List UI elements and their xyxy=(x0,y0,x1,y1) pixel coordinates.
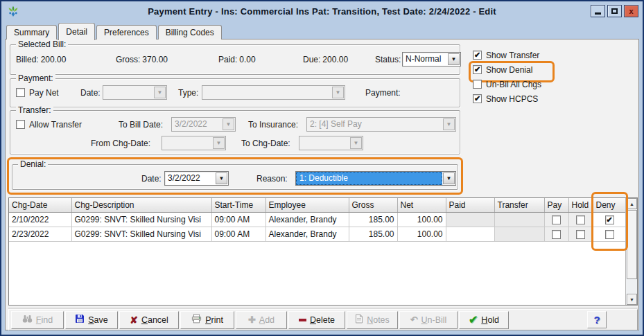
save-button[interactable]: Save xyxy=(65,311,118,329)
deny-checkbox[interactable]: ✔ xyxy=(605,215,614,224)
cell-chg-description[interactable]: G0299: SNVT: Skilled Nursing Visi xyxy=(71,212,211,227)
cell-net[interactable]: 100.00 xyxy=(397,212,446,227)
cancel-button[interactable]: ✘ Cancel xyxy=(119,311,179,329)
cell-chg-date[interactable]: 2/23/2022 xyxy=(9,227,71,241)
chevron-down-icon[interactable]: ▼ xyxy=(443,173,455,184)
cell-paid[interactable] xyxy=(446,227,494,241)
status-combo[interactable]: N-Normal ▼ xyxy=(402,52,461,67)
show-hcpcs-checkbox[interactable]: ✔ xyxy=(473,94,482,103)
deny-checkbox[interactable]: ✔ xyxy=(605,230,614,239)
col-employee[interactable]: Employee xyxy=(266,198,349,212)
charges-grid: Chg-Date Chg-Description Start-Time Empl… xyxy=(8,197,638,306)
tab-billing-codes[interactable]: Billing Codes xyxy=(158,25,222,39)
transfer-group: Transfer: ✔ Allow Transfer To Bill Date:… xyxy=(10,110,460,154)
cell-chg-date[interactable]: 2/10/2022 xyxy=(9,212,71,227)
cell-net[interactable]: 100.00 xyxy=(397,227,446,241)
chevron-down-icon: ▼ xyxy=(223,118,234,130)
payment-amount-label: Payment: xyxy=(365,88,401,98)
undo-arrow-icon: ↶ xyxy=(410,315,418,325)
cell-pay: ✔ xyxy=(544,212,568,227)
minimize-button[interactable] xyxy=(591,5,605,17)
cell-employee[interactable]: Alexander, Brandy xyxy=(266,227,349,241)
vertical-scrollbar[interactable]: ▲ ▼ xyxy=(625,198,637,305)
tab-detail[interactable]: Detail xyxy=(58,23,95,40)
col-transfer[interactable]: Transfer xyxy=(494,198,544,212)
chevron-down-icon[interactable]: ▼ xyxy=(448,53,460,65)
maximize-icon xyxy=(611,8,618,14)
option-show-denial: ✔ Show Denial xyxy=(473,62,639,77)
pay-checkbox[interactable]: ✔ xyxy=(552,230,561,239)
pay-net-label: Pay Net xyxy=(29,88,59,98)
denial-group: Denial: Date: 3/2/2022▼ Reason: 1: Deduc… xyxy=(12,164,458,190)
chevron-down-icon[interactable]: ▼ xyxy=(216,173,227,184)
denial-date-combo[interactable]: 3/2/2022▼ xyxy=(164,171,229,186)
pay-net-checkbox[interactable]: ✔ xyxy=(16,88,25,97)
payment-type-label: Type: xyxy=(178,88,198,98)
tab-summary[interactable]: Summary xyxy=(6,25,57,39)
allow-transfer-checkbox[interactable]: ✔ xyxy=(16,120,25,129)
cell-deny: ✔ xyxy=(593,212,626,227)
hold-button[interactable]: ✔ Hold xyxy=(459,311,509,329)
denial-highlight-box: Denial: Date: 3/2/2022▼ Reason: 1: Deduc… xyxy=(7,157,463,195)
col-paid[interactable]: Paid xyxy=(446,198,494,212)
payment-group: Payment: ✔ Pay Net Date: ▼ Type: ▼ Payme… xyxy=(10,78,460,107)
to-insurance-combo: 2: [4] Self Pay▼ xyxy=(306,117,456,132)
red-x-icon: ✘ xyxy=(130,315,138,326)
app-icon xyxy=(7,5,19,17)
close-button[interactable]: x xyxy=(624,5,638,17)
options-column: ✔ Show Transfer ✔ Show Denial ✔ Un-Bil A… xyxy=(473,48,639,106)
print-button[interactable]: Print xyxy=(180,311,234,329)
status-label: Status: xyxy=(375,55,401,64)
delete-button[interactable]: Delete xyxy=(288,311,345,329)
maximize-button[interactable] xyxy=(607,5,622,17)
denial-reason-combo[interactable]: 1: Deductible▼ xyxy=(295,171,456,186)
paid-field: Paid:0.00 xyxy=(218,55,256,64)
grid-row: 2/10/2022 G0299: SNVT: Skilled Nursing V… xyxy=(9,212,626,227)
grid-row: 2/23/2022 G0299: SNVT: Skilled Nursing V… xyxy=(9,227,626,241)
to-chg-date-combo: ▼ xyxy=(299,136,363,150)
cell-chg-description[interactable]: G0299: SNVT: Skilled Nursing Visi xyxy=(71,227,211,241)
cell-transfer[interactable] xyxy=(494,227,544,241)
transfer-legend: Transfer: xyxy=(16,105,53,115)
scrollbar-thumb[interactable] xyxy=(627,210,637,279)
cell-paid[interactable] xyxy=(446,212,494,227)
scroll-down-icon[interactable]: ▼ xyxy=(627,294,637,305)
to-bill-date-label: To Bill Date: xyxy=(119,120,163,130)
col-start-time[interactable]: Start-Time xyxy=(211,198,266,212)
cell-transfer[interactable] xyxy=(494,212,544,227)
option-show-transfer: ✔ Show Transfer xyxy=(473,48,639,62)
show-denial-checkbox[interactable]: ✔ xyxy=(473,65,482,74)
col-net[interactable]: Net xyxy=(397,198,446,212)
col-chg-date[interactable]: Chg-Date xyxy=(9,198,71,212)
billed-field: Billed:200.00 xyxy=(16,55,66,64)
payment-legend: Payment: xyxy=(16,73,55,83)
denial-reason-label: Reason: xyxy=(256,174,288,184)
cell-gross[interactable]: 185.00 xyxy=(349,212,397,227)
hold-checkbox[interactable]: ✔ xyxy=(576,230,585,239)
col-chg-description[interactable]: Chg-Description xyxy=(71,198,211,212)
payment-date-label: Date: xyxy=(80,88,101,98)
pay-checkbox[interactable]: ✔ xyxy=(552,215,561,224)
green-check-icon: ✔ xyxy=(469,313,478,326)
cell-employee[interactable]: Alexander, Brandy xyxy=(266,212,349,227)
selected-bill-group: Selected Bill: Billed:200.00 Gross:370.0… xyxy=(10,44,460,75)
notes-button: Notes xyxy=(347,311,398,329)
col-hold[interactable]: Hold xyxy=(568,198,593,212)
show-denial-label: Show Denial xyxy=(486,65,532,75)
col-deny[interactable]: Deny xyxy=(593,198,626,212)
option-show-hcpcs: ✔ Show HCPCS xyxy=(473,91,639,106)
cell-start-time[interactable]: 09:00 AM xyxy=(211,212,266,227)
unbil-all-chgs-checkbox[interactable]: ✔ xyxy=(473,80,482,89)
col-gross[interactable]: Gross xyxy=(349,198,397,212)
hold-checkbox[interactable]: ✔ xyxy=(576,215,585,224)
show-hcpcs-label: Show HCPCS xyxy=(486,94,538,104)
show-transfer-checkbox[interactable]: ✔ xyxy=(473,51,482,60)
scroll-up-icon[interactable]: ▲ xyxy=(627,198,637,209)
cell-gross[interactable]: 185.00 xyxy=(349,227,397,241)
help-button[interactable]: ? xyxy=(587,311,607,328)
cell-start-time[interactable]: 09:00 AM xyxy=(211,227,266,241)
tab-preferences[interactable]: Preferences xyxy=(96,25,157,39)
unbil-all-chgs-label: Un-Bil All Chgs xyxy=(486,80,541,89)
detail-tab-panel: Selected Bill: Billed:200.00 Gross:370.0… xyxy=(5,39,639,330)
col-pay[interactable]: Pay xyxy=(544,198,568,212)
